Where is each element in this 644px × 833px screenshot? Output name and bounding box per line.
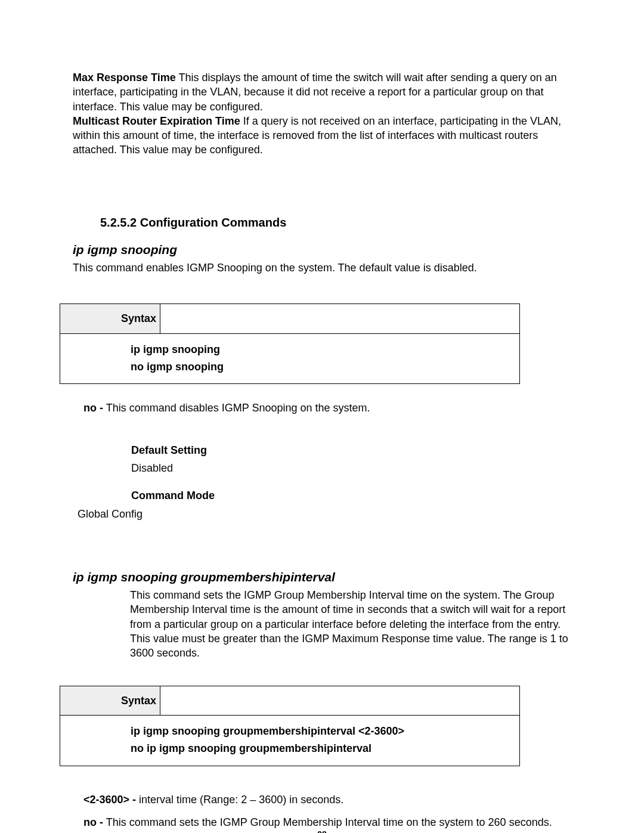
- param-range-line: <2-3600> - interval time (Range: 2 – 360…: [83, 792, 584, 807]
- syntax-body: ip igmp snooping no igmp snooping: [60, 334, 519, 384]
- intro-para-2: Multicast Router Expiration Time If a qu…: [73, 114, 584, 157]
- max-response-time-label: Max Response Time: [73, 72, 176, 83]
- syntax2-line-2: no ip igmp snooping groupmembershipinter…: [131, 740, 513, 757]
- cmd2-title: ip igmp snooping groupmembershipinterval: [73, 569, 584, 586]
- page-number: 98: [0, 829, 644, 833]
- command-mode-value: Global Config: [78, 507, 584, 521]
- cmd1-no-note: no - This command disables IGMP Snooping…: [83, 401, 584, 415]
- command-2-block: ip igmp snooping groupmembershipinterval…: [73, 569, 584, 829]
- cmd1-desc: This command enables IGMP Snooping on th…: [73, 261, 584, 275]
- syntax-label: Syntax: [60, 304, 160, 333]
- syntax-line-2: no igmp snooping: [131, 358, 513, 376]
- param-range-label: <2-3600> -: [83, 794, 136, 806]
- syntax-body-2: ip igmp snooping groupmembershipinterval…: [60, 716, 519, 766]
- intro-block: Max Response Time This displays the amou…: [73, 70, 584, 157]
- cmd1-title: ip igmp snooping: [73, 241, 584, 258]
- cmd2-desc: This command sets the IGMP Group Members…: [130, 588, 578, 660]
- default-setting-value: Disabled: [131, 461, 584, 475]
- command-1-block: ip igmp snooping This command enables IG…: [73, 241, 584, 521]
- default-setting-label: Default Setting: [131, 443, 584, 457]
- cmd2-syntax-table: Syntax ip igmp snooping groupmembershipi…: [60, 686, 520, 766]
- cmd2-params: <2-3600> - interval time (Range: 2 – 360…: [83, 792, 584, 830]
- syntax2-line-1: ip igmp snooping groupmembershipinterval…: [131, 723, 513, 740]
- multicast-expiration-label: Multicast Router Expiration Time: [73, 115, 240, 127]
- intro-para-1: Max Response Time This displays the amou…: [73, 70, 584, 114]
- no-text: This command disables IGMP Snooping on t…: [103, 402, 370, 414]
- syntax-header-row: Syntax: [60, 304, 519, 333]
- section-heading: 5.2.5.2 Configuration Commands: [100, 215, 584, 231]
- syntax-line-1: ip igmp snooping: [131, 341, 513, 358]
- cmd1-syntax-table: Syntax ip igmp snooping no igmp snooping: [60, 304, 520, 384]
- param-range-text: interval time (Range: 2 – 3600) in secon…: [136, 794, 343, 806]
- cmd2-no-label: no -: [83, 816, 103, 828]
- syntax-header-row-2: Syntax: [60, 686, 519, 716]
- syntax-label-2: Syntax: [60, 686, 160, 715]
- cmd2-no-text: This command sets the IGMP Group Members…: [103, 816, 552, 828]
- page: Max Response Time This displays the amou…: [0, 0, 644, 833]
- cmd1-settings: Default Setting Disabled Command Mode: [131, 443, 584, 503]
- cmd2-no-line: no - This command sets the IGMP Group Me…: [83, 815, 584, 829]
- command-mode-label: Command Mode: [131, 488, 584, 503]
- no-label: no -: [83, 402, 103, 414]
